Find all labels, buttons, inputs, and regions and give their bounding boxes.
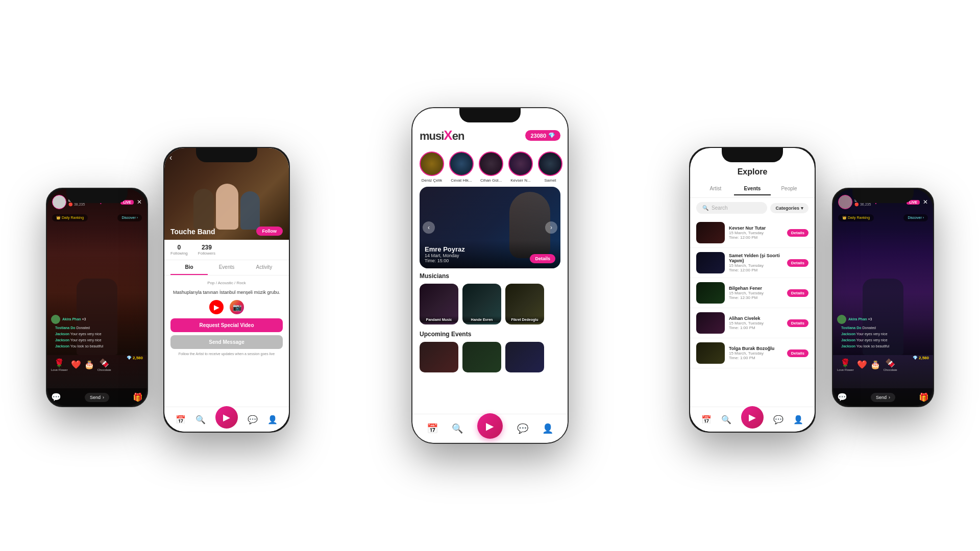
- chat-icon-band[interactable]: 💬: [248, 415, 258, 424]
- following-label: Following: [170, 251, 188, 256]
- event-details-button-5[interactable]: Details: [787, 349, 808, 357]
- event-details-button-1[interactable]: Details: [787, 229, 808, 237]
- phone-center-main: musiXen 23080 💎 Deniz Çelik Cevat Hik...: [411, 107, 569, 444]
- live-gifts-right: 🌹Love Flower ❤️ 🎂 🍫Chocolate: [837, 358, 929, 371]
- categories-button[interactable]: Categories ▾: [770, 203, 808, 213]
- search-box[interactable]: 🔍 Search: [696, 202, 767, 214]
- event-thumb-3[interactable]: [505, 342, 544, 372]
- notch-far-right: [852, 189, 914, 203]
- live-ranking-right: 👑 Daily Ranking Discover ›: [833, 214, 933, 221]
- story-item-4[interactable]: Kevser N...: [508, 152, 533, 183]
- tab-activity[interactable]: Activity: [246, 260, 283, 275]
- search-icon-explore-nav[interactable]: 🔍: [721, 415, 731, 424]
- instagram-icon[interactable]: 📷: [230, 300, 244, 314]
- discover-badge-left[interactable]: Discover ›: [117, 214, 142, 221]
- play-button-explore[interactable]: ▶: [741, 406, 764, 429]
- profile-icon-center[interactable]: 👤: [542, 423, 553, 434]
- gift-icon-left[interactable]: 🎁: [133, 392, 143, 402]
- live-avatar-left: [52, 195, 66, 209]
- close-icon-right[interactable]: ✕: [923, 198, 928, 206]
- logo-musi: musi: [420, 130, 444, 142]
- request-video-button[interactable]: Request Special Video: [170, 318, 283, 332]
- hero-details-button[interactable]: Details: [530, 254, 555, 263]
- event-thumb-2[interactable]: [462, 342, 501, 372]
- tab-artist[interactable]: Artist: [697, 183, 734, 195]
- event-time-5: Time: 1:00 PM: [729, 356, 783, 360]
- profile-icon-explore[interactable]: 👤: [793, 415, 803, 424]
- send-button-left[interactable]: Send ›: [85, 393, 109, 402]
- ranking-badge-left[interactable]: 👑 Daily Ranking: [52, 214, 88, 221]
- calendar-icon-band[interactable]: 📅: [176, 415, 186, 424]
- center-bottom-nav: 📅 🔍 ▶ 💬 👤: [412, 414, 568, 443]
- event-date-5: 15 March, Tuesday: [729, 351, 783, 356]
- story-avatar-3: [479, 152, 503, 176]
- explore-title: Explore: [697, 167, 807, 177]
- musician-card-3[interactable]: Fikret Dedeoglu: [505, 284, 544, 324]
- event-details-button-3[interactable]: Details: [787, 289, 808, 297]
- app-scene: Bir Çift Kumru 🔴 38,235 + LIVE ✕: [0, 0, 980, 551]
- event-time-1: Time: 12:00 PM: [729, 235, 783, 240]
- story-item-3[interactable]: Cihan Gül...: [479, 152, 503, 183]
- story-item-2[interactable]: Cevat Hik...: [449, 152, 474, 183]
- band-bottom-nav: 📅 🔍 ▶ 💬 👤: [164, 407, 289, 432]
- event-thumb-explore-3: [696, 282, 725, 304]
- tab-events[interactable]: Events: [208, 260, 245, 275]
- search-icon-center[interactable]: 🔍: [452, 423, 463, 434]
- event-date-1: 15 March, Tuesday: [729, 231, 783, 235]
- live-chat-right: Akira Phan ×3 Tostiana Do Donated Jackso…: [837, 315, 929, 350]
- back-arrow[interactable]: ‹: [169, 153, 172, 162]
- band-bio-section: Pop / Acoustic / Rock Mashuplarıyla tanı…: [164, 276, 289, 361]
- event-info-2: Samet Yelden (şi Soorti Yapım) 15 March,…: [729, 253, 783, 272]
- play-button-center[interactable]: ▶: [477, 413, 503, 439]
- story-item-1[interactable]: Deniz Çelik: [420, 152, 444, 183]
- gift-icon-right[interactable]: 🎁: [919, 392, 929, 402]
- musician-card-2[interactable]: Hande Evren: [462, 284, 501, 324]
- event-info-4: Alihan Civelek 15 March, Tuesday Time: 1…: [729, 316, 783, 330]
- chat-icon-left[interactable]: 💬: [51, 392, 61, 402]
- tab-bio[interactable]: Bio: [170, 260, 208, 275]
- search-icon-explore: 🔍: [702, 205, 708, 211]
- story-name-3: Cihan Gül...: [480, 178, 502, 183]
- ranking-badge-right[interactable]: 👑 Daily Ranking: [838, 214, 874, 221]
- follow-note: Follow the Artist to receive updates whe…: [170, 352, 283, 356]
- event-details-button-2[interactable]: Details: [787, 259, 808, 267]
- live-chat-left: Akira Phan ×3 Tostiana Do Donated Jackso…: [51, 315, 143, 350]
- musician-card-1[interactable]: Pandami Music: [420, 284, 458, 324]
- chat-icon-explore[interactable]: 💬: [773, 415, 783, 424]
- play-button-band[interactable]: ▶: [215, 406, 238, 429]
- youtube-icon[interactable]: ▶: [209, 300, 224, 314]
- notch-band: [196, 148, 257, 162]
- event-thumb-1[interactable]: [420, 342, 458, 372]
- send-button-right[interactable]: Send ›: [871, 393, 895, 402]
- calendar-icon-explore[interactable]: 📅: [701, 415, 712, 424]
- chat-icon-right[interactable]: 💬: [837, 392, 847, 402]
- musixen-logo: musiXen: [420, 128, 464, 143]
- band-tabs: Bio Events Activity: [164, 260, 289, 276]
- event-name-5: Tolga Burak Bozoğlu: [729, 346, 783, 351]
- discover-badge-right[interactable]: Discover ›: [903, 214, 928, 221]
- coins-display: 23080 💎: [525, 130, 560, 141]
- profile-icon-band[interactable]: 👤: [267, 415, 278, 424]
- band-socials: ▶ 📷: [170, 300, 283, 314]
- story-item-5[interactable]: Samet: [538, 152, 562, 183]
- tab-events[interactable]: Events: [734, 183, 771, 195]
- hero-prev-button[interactable]: ‹: [423, 221, 435, 234]
- event-name-4: Alihan Civelek: [729, 316, 783, 321]
- story-name-1: Deniz Çelik: [422, 178, 442, 183]
- calendar-icon-center[interactable]: 📅: [427, 423, 438, 434]
- event-details-button-4[interactable]: Details: [787, 319, 808, 327]
- notch-explore: [722, 148, 783, 162]
- tab-people[interactable]: People: [771, 183, 807, 195]
- hero-next-button[interactable]: ›: [545, 221, 557, 234]
- follow-button[interactable]: Follow: [256, 227, 283, 236]
- event-thumb-explore-5: [696, 342, 725, 364]
- following-count: 0: [178, 244, 181, 251]
- close-icon-left[interactable]: ✕: [137, 198, 142, 206]
- explore-bottom-nav: 📅 🔍 ▶ 💬 👤: [690, 407, 815, 432]
- event-list-item-5: Tolga Burak Bozoğlu 15 March, Tuesday Ti…: [690, 338, 815, 368]
- notch-far-left: [66, 189, 128, 203]
- logo-en: en: [452, 130, 464, 142]
- chat-icon-center[interactable]: 💬: [517, 423, 528, 434]
- send-message-button[interactable]: Send Message: [170, 335, 283, 349]
- search-icon-band[interactable]: 🔍: [195, 415, 206, 424]
